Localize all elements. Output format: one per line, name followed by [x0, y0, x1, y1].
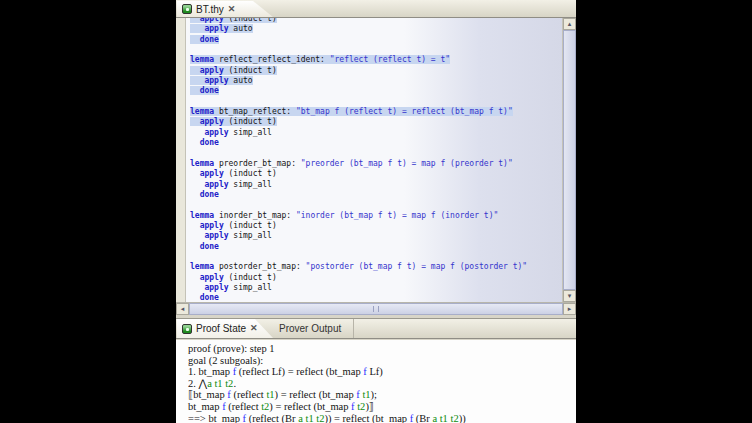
code-line[interactable]: apply auto — [190, 76, 562, 86]
prover-output-tab-label: Prover Output — [279, 323, 341, 334]
scrollbar-gripper — [373, 306, 379, 312]
code-line[interactable]: apply (induct t) — [190, 117, 562, 127]
scroll-up-icon[interactable]: ▴ — [563, 18, 576, 30]
code-line[interactable]: done — [190, 293, 562, 302]
code-line[interactable] — [190, 252, 562, 262]
code-line[interactable] — [190, 45, 562, 55]
tab-bt-thy[interactable]: BT.thy ✕ — [177, 1, 273, 17]
theory-editor: apply (induct t) apply auto donelemma re… — [176, 18, 576, 302]
output-line: bt_map f (reflect t2) = reflect (bt_map … — [188, 401, 576, 413]
output-line: ⟦bt_map f (reflect t1) = reflect (bt_map… — [188, 389, 576, 401]
code-line[interactable]: lemma preorder_bt_map: "preorder (bt_map… — [190, 159, 562, 169]
code-line[interactable]: done — [190, 190, 562, 200]
vertical-scrollbar-thumb[interactable] — [563, 30, 576, 290]
proof-state-icon — [182, 324, 192, 334]
annotation-ruler — [176, 18, 186, 302]
editor-tabstrip: BT.thy ✕ — [176, 0, 576, 18]
proof-state-tab-label: Proof State — [196, 323, 246, 334]
close-icon[interactable]: ✕ — [228, 5, 236, 14]
tab-proof-state[interactable]: Proof State ✕ — [177, 319, 273, 338]
editor-tab-title: BT.thy — [196, 4, 224, 15]
code-line[interactable]: done — [190, 86, 562, 96]
screen: BT.thy ✕ apply (induct t) apply auto don… — [0, 0, 752, 423]
scroll-right-icon[interactable]: ▸ — [563, 303, 576, 315]
isabelle-theory-icon — [182, 4, 192, 14]
code-lines: apply (induct t) apply auto donelemma re… — [190, 18, 562, 302]
code-line[interactable]: lemma inorder_bt_map: "inorder (bt_map f… — [190, 211, 562, 221]
code-area[interactable]: apply (induct t) apply auto donelemma re… — [186, 18, 562, 302]
vertical-scrollbar[interactable]: ▴ ▾ — [562, 18, 576, 302]
code-line[interactable] — [190, 97, 562, 107]
code-line[interactable] — [190, 200, 562, 210]
code-line[interactable]: lemma reflect_reflect_ident: "reflect (r… — [190, 55, 562, 65]
code-line[interactable]: done — [190, 138, 562, 148]
code-line[interactable]: apply simp_all — [190, 283, 562, 293]
code-line[interactable]: apply (induct t) — [190, 66, 562, 76]
code-line[interactable]: lemma postorder_bt_map: "postorder (bt_m… — [190, 262, 562, 272]
scroll-left-icon[interactable]: ◂ — [176, 303, 189, 315]
horizontal-scrollbar-thumb[interactable] — [189, 303, 563, 315]
output-line: ==> bt_map f (reflect (Br a t1 t2)) = re… — [188, 413, 576, 423]
horizontal-scrollbar[interactable]: ◂ ▸ — [176, 302, 576, 315]
scroll-down-icon[interactable]: ▾ — [563, 290, 576, 302]
proof-state-panel[interactable]: proof (prove): step 1goal (2 subgoals):1… — [176, 340, 576, 423]
code-line[interactable]: apply (induct t) — [190, 221, 562, 231]
code-line[interactable]: apply simp_all — [190, 180, 562, 190]
code-line[interactable] — [190, 148, 562, 158]
output-line: 1. bt_map f (reflect Lf) = reflect (bt_m… — [188, 366, 576, 378]
output-line: goal (2 subgoals): — [188, 355, 576, 367]
code-line[interactable]: apply auto — [190, 24, 562, 34]
isabelle-eclipse-window: BT.thy ✕ apply (induct t) apply auto don… — [176, 0, 576, 423]
code-line[interactable]: apply (induct t) — [190, 169, 562, 179]
code-line[interactable]: done — [190, 242, 562, 252]
code-line[interactable]: done — [190, 35, 562, 45]
output-lines: proof (prove): step 1goal (2 subgoals):1… — [188, 343, 576, 423]
code-line[interactable]: apply simp_all — [190, 128, 562, 138]
output-line: 2. ⋀a t1 t2. — [188, 378, 576, 390]
code-line[interactable]: lemma bt_map_reflect: "bt_map f (reflect… — [190, 107, 562, 117]
tab-prover-output[interactable]: Prover Output — [273, 319, 354, 338]
code-line[interactable]: apply (induct t) — [190, 273, 562, 283]
close-icon[interactable]: ✕ — [250, 324, 258, 333]
bottom-tabstrip: Proof State ✕ Prover Output — [176, 318, 576, 339]
code-line[interactable]: apply simp_all — [190, 231, 562, 241]
output-line: proof (prove): step 1 — [188, 343, 576, 355]
